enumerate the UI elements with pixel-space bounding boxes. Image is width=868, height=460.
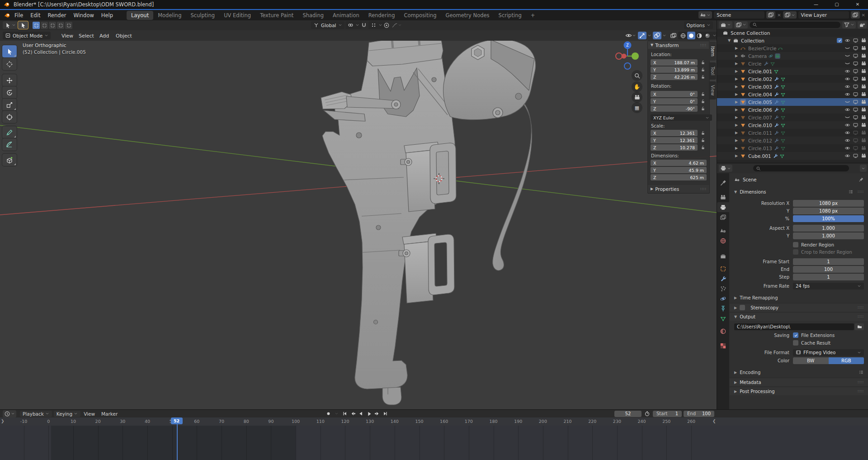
options-dropdown[interactable]: Options — [684, 21, 713, 29]
file-format-dropdown[interactable]: FFmpeg Video — [793, 349, 864, 356]
tool-annotate[interactable] — [2, 126, 17, 138]
transform-panel-header[interactable]: ▼ Transform ∷∷ — [648, 41, 709, 49]
hide-eye-icon[interactable] — [844, 130, 850, 136]
tab-texture[interactable] — [717, 341, 729, 351]
tab-shading[interactable]: Shading — [298, 11, 328, 20]
lock-icon[interactable] — [700, 130, 706, 136]
viewport-disable-icon[interactable] — [853, 84, 859, 90]
tool-select-box[interactable] — [2, 45, 17, 57]
panel-grip[interactable]: ∷∷ — [858, 314, 864, 319]
color-bw-button[interactable]: BW — [793, 357, 829, 364]
select-mode-extend-button[interactable] — [41, 22, 48, 29]
timeline-ruler[interactable]: ❯ -1001020304050607080901001101201301401… — [0, 417, 868, 426]
tab-tool[interactable] — [717, 178, 729, 188]
properties-panel-header[interactable]: ▶ Properties ∷∷ — [648, 185, 709, 193]
lock-icon[interactable] — [700, 99, 706, 104]
keying-menu[interactable]: Keying — [54, 411, 80, 417]
active-tool-icon[interactable] — [18, 21, 28, 29]
render-disable-icon[interactable] — [861, 107, 867, 113]
outliner-filter-mode-dropdown[interactable] — [734, 21, 748, 28]
keying-set-dropdown[interactable] — [333, 410, 340, 417]
tab-output[interactable] — [717, 202, 729, 212]
viewport-disable-icon[interactable] — [853, 130, 859, 136]
scale-x-field[interactable]: X12.361 — [651, 130, 698, 136]
play-reverse-button[interactable] — [357, 410, 365, 417]
viewport-canvas[interactable] — [0, 41, 717, 409]
lock-icon[interactable] — [700, 60, 706, 65]
tab-constraints[interactable] — [717, 304, 729, 313]
timeline-marker-menu[interactable]: Marker — [98, 411, 121, 417]
expand-chevron-icon[interactable]: ❯ — [1, 419, 5, 423]
viewport-disable-icon[interactable] — [853, 107, 859, 113]
render-disable-icon[interactable] — [861, 153, 867, 159]
viewport-disable-icon[interactable] — [853, 114, 859, 120]
preset-icon[interactable] — [859, 370, 864, 375]
render-disable-icon[interactable] — [861, 38, 867, 43]
scale-z-field[interactable]: Z10.278 — [651, 144, 698, 151]
proportional-editing-icon[interactable] — [382, 21, 391, 29]
gizmo-z-neg-axis[interactable] — [624, 63, 631, 69]
location-x-field[interactable]: X188.07 m — [651, 59, 698, 66]
panel-grip[interactable]: ∷∷ — [858, 305, 864, 310]
mode-selector[interactable]: Object Mode — [3, 32, 51, 39]
tool-rotate[interactable] — [2, 86, 17, 99]
gizmo-x-axis[interactable] — [622, 54, 627, 59]
n-panel-tab-tool[interactable]: Tool — [709, 62, 716, 80]
tab-compositing[interactable]: Compositing — [399, 11, 441, 20]
hide-eye-icon[interactable] — [844, 153, 850, 159]
render-disable-icon[interactable] — [861, 122, 867, 128]
outliner-row-cube-001[interactable]: ▶ Cube.001 — [717, 152, 868, 160]
snap-toggle-magnet-icon[interactable] — [360, 21, 368, 29]
xray-toggle[interactable] — [669, 32, 678, 39]
outliner-row-collection[interactable]: ▼ Collection — [717, 37, 868, 44]
time-remapping-panel-header[interactable]: ▶Time Remapping — [734, 294, 864, 301]
panel-grip[interactable]: ∷∷ — [858, 389, 864, 394]
new-view-layer-button[interactable] — [851, 11, 860, 19]
lock-icon[interactable] — [700, 145, 706, 150]
aspect-y-field[interactable]: 1.000 — [793, 232, 864, 239]
tab-sculpting[interactable]: Sculpting — [186, 11, 219, 20]
close-button[interactable]: ✕ — [847, 0, 868, 9]
minimize-button[interactable]: — — [806, 0, 826, 9]
rotation-mode-dropdown[interactable]: XYZ Euler — [651, 114, 712, 121]
select-mode-new-button[interactable] — [33, 22, 40, 29]
shading-wireframe-button[interactable] — [679, 32, 687, 39]
output-panel-header[interactable]: ▼Output∷∷ — [730, 312, 868, 321]
outliner-row-circle-002[interactable]: ▶ Circle.002 — [717, 75, 868, 83]
new-scene-button[interactable] — [766, 11, 775, 19]
viewport-menu-view[interactable]: View — [58, 32, 77, 40]
outliner-row-circle-001[interactable]: ▶ Circle.001 — [717, 67, 868, 75]
outliner-search-input[interactable] — [750, 22, 840, 28]
location-z-field[interactable]: Z42.226 m — [651, 74, 698, 80]
object-type-visibility-dropdown[interactable] — [624, 32, 637, 39]
gizmo-y-axis[interactable] — [632, 52, 639, 60]
viewport-disable-icon[interactable] — [853, 122, 859, 128]
tool-cursor[interactable] — [2, 58, 17, 70]
hide-eye-icon[interactable] — [844, 68, 850, 74]
properties-search-input[interactable] — [753, 165, 849, 171]
expand-icon[interactable]: ▶ — [734, 108, 739, 112]
view-layer-selector[interactable]: View Layer — [798, 11, 849, 19]
outliner-row-circle-007[interactable]: ▶ Circle.007 — [717, 114, 868, 121]
viewport-disable-icon[interactable] — [853, 138, 859, 143]
expand-icon[interactable]: ▶ — [734, 69, 739, 73]
render-disable-icon[interactable] — [861, 76, 867, 82]
tab-animation[interactable]: Animation — [328, 11, 364, 20]
expand-icon[interactable]: ▼ — [727, 38, 731, 43]
menu-render[interactable]: Render — [44, 11, 70, 20]
tab-world[interactable] — [717, 236, 729, 246]
tool-transform[interactable] — [2, 111, 17, 123]
outliner-row-circle-006[interactable]: ▶ Circle.006 — [717, 106, 868, 114]
expand-icon[interactable]: ▶ — [734, 115, 739, 119]
hide-eye-icon[interactable] — [844, 76, 850, 82]
render-disable-icon[interactable] — [861, 91, 867, 97]
app-menu-icon[interactable] — [4, 12, 11, 19]
shading-material-button[interactable] — [695, 32, 703, 39]
outliner-row-circle[interactable]: ▶ Circle — [717, 60, 868, 67]
metadata-panel-header[interactable]: ▶Metadata∷∷ — [730, 378, 868, 386]
model-bottom-tab[interactable] — [382, 387, 401, 405]
rotation-y-field[interactable]: Y0° — [651, 98, 698, 104]
tab-collection[interactable] — [717, 251, 729, 261]
viewport-menu-add[interactable]: Add — [96, 32, 113, 40]
use-preview-range-stopwatch-button[interactable] — [643, 410, 651, 417]
